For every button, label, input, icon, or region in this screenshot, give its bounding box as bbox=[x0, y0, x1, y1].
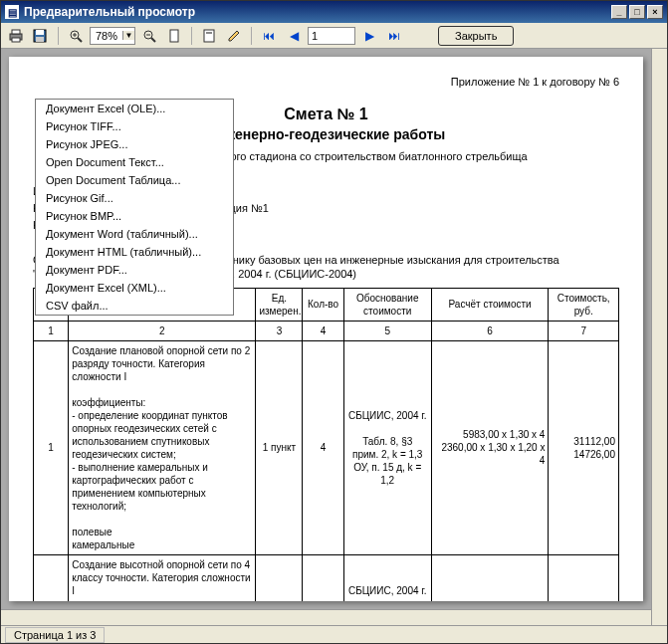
export-menu-item[interactable]: Документ HTML (табличный)... bbox=[36, 243, 233, 261]
zoom-out-button[interactable] bbox=[138, 25, 160, 47]
table-header-cell: Кол-во bbox=[303, 288, 343, 321]
separator bbox=[58, 27, 59, 45]
table-cell: СБЦИИС, 2004 г. Табл. 8, §3 прим. 2, k =… bbox=[343, 340, 431, 554]
app-icon: ▤ bbox=[5, 5, 19, 19]
scrollbar-vertical[interactable] bbox=[651, 49, 667, 625]
table-colnum-cell: 4 bbox=[303, 321, 343, 340]
table-cell: 2 bbox=[34, 554, 69, 601]
page-setup-icon bbox=[202, 29, 216, 43]
close-window-button[interactable]: × bbox=[647, 5, 663, 19]
export-menu-item[interactable]: Рисунок JPEG... bbox=[36, 135, 233, 153]
svg-rect-1 bbox=[12, 30, 20, 34]
window-title: Предварительный просмотр bbox=[24, 5, 195, 19]
zoom-in-button[interactable] bbox=[65, 25, 87, 47]
svg-line-11 bbox=[151, 38, 155, 42]
close-button[interactable]: Закрыть bbox=[438, 26, 514, 46]
estimate-table: № п/пНаименование работ и затратЕд. изме… bbox=[33, 288, 619, 601]
svg-rect-2 bbox=[12, 38, 20, 42]
maximize-button[interactable]: □ bbox=[629, 5, 645, 19]
table-cell: 31112,00 14726,00 bbox=[549, 340, 619, 554]
status-page: Страница 1 из 3 bbox=[5, 627, 105, 643]
content-area: Приложение № 1 к договору № 6 Смета № 1 … bbox=[1, 49, 667, 625]
zoom-in-icon bbox=[69, 29, 83, 43]
svg-rect-15 bbox=[206, 32, 212, 34]
export-menu-item[interactable]: Документ PDF... bbox=[36, 261, 233, 279]
table-cell bbox=[431, 554, 549, 601]
prev-page-button[interactable]: ◀ bbox=[283, 25, 305, 47]
scrollbar-horizontal[interactable] bbox=[1, 609, 651, 625]
zoom-out-icon bbox=[142, 29, 156, 43]
next-page-button[interactable]: ▶ bbox=[358, 25, 380, 47]
titlebar: ▤ Предварительный просмотр _ □ × bbox=[1, 1, 667, 23]
table-cell: 1 пункт bbox=[256, 554, 303, 601]
export-menu-item[interactable]: Open Document Таблица... bbox=[36, 171, 233, 189]
table-row: 2Создание высотной опорной сети по 4 кла… bbox=[34, 554, 619, 601]
fit-page-button[interactable] bbox=[163, 25, 185, 47]
table-colnum-cell: 1 bbox=[34, 321, 69, 340]
toolbar: ▼ ⏮ ◀ ▶ ⏭ Закрыть bbox=[1, 23, 667, 49]
first-page-button[interactable]: ⏮ bbox=[258, 25, 280, 47]
export-dropdown: Документ Excel (OLE)...Рисунок TIFF...Ри… bbox=[35, 99, 234, 316]
table-colnum-cell: 6 bbox=[431, 321, 549, 340]
statusbar: Страница 1 из 3 bbox=[1, 625, 667, 643]
printer-icon bbox=[8, 29, 24, 43]
export-menu-item[interactable]: Open Document Текст... bbox=[36, 153, 233, 171]
table-colnum-cell: 2 bbox=[69, 321, 256, 340]
table-header-cell: Ед. измерен. bbox=[256, 288, 303, 321]
table-header-cell: Стоимость, руб. bbox=[549, 288, 619, 321]
table-cell: 1 пункт bbox=[256, 340, 303, 554]
first-icon: ⏮ bbox=[263, 29, 275, 43]
chevron-down-icon[interactable]: ▼ bbox=[122, 31, 134, 40]
table-header-cell: Расчёт стоимости bbox=[431, 288, 549, 321]
next-icon: ▶ bbox=[365, 29, 374, 43]
page-input[interactable] bbox=[308, 27, 355, 45]
zoom-input[interactable] bbox=[91, 30, 122, 42]
table-cell: Создание плановой опорной сети по 2 разр… bbox=[69, 340, 256, 554]
table-cell: 4 bbox=[303, 340, 343, 554]
export-menu-item[interactable]: Рисунок Gif... bbox=[36, 189, 233, 207]
table-cell: 5983,00 x 1,30 x 4 2360,00 x 1,30 x 1,20… bbox=[431, 340, 549, 554]
table-colnum-cell: 3 bbox=[256, 321, 303, 340]
pencil-icon bbox=[227, 29, 241, 43]
table-body: 1Создание плановой опорной сети по 2 раз… bbox=[34, 340, 619, 601]
svg-rect-4 bbox=[36, 30, 44, 35]
table-cell: 1 bbox=[34, 340, 69, 554]
print-button[interactable] bbox=[5, 25, 27, 47]
svg-rect-13 bbox=[170, 30, 178, 42]
edit-button[interactable] bbox=[223, 25, 245, 47]
svg-line-7 bbox=[78, 38, 82, 42]
doc-right-note: Приложение № 1 к договору № 6 bbox=[33, 75, 619, 89]
export-button[interactable] bbox=[30, 25, 52, 47]
export-menu-item[interactable]: Документ Word (табличный)... bbox=[36, 225, 233, 243]
svg-marker-16 bbox=[229, 31, 239, 41]
export-menu-item[interactable]: Документ Excel (OLE)... bbox=[36, 100, 233, 117]
export-menu-item[interactable]: Рисунок TIFF... bbox=[36, 117, 233, 135]
svg-rect-5 bbox=[36, 37, 44, 42]
table-cell bbox=[549, 554, 619, 601]
zoom-combo[interactable]: ▼ bbox=[90, 27, 135, 45]
export-menu-item[interactable]: CSV файл... bbox=[36, 297, 233, 315]
prev-icon: ◀ bbox=[290, 29, 299, 43]
last-page-button[interactable]: ⏭ bbox=[383, 25, 405, 47]
table-colnum-cell: 7 bbox=[549, 321, 619, 340]
table-colnum-row: 1234567 bbox=[34, 321, 619, 340]
save-icon bbox=[33, 29, 49, 43]
table-cell: Создание высотной опорной сети по 4 клас… bbox=[69, 554, 256, 601]
separator bbox=[251, 27, 252, 45]
preview-window: ▤ Предварительный просмотр _ □ × ▼ bbox=[0, 0, 668, 644]
export-menu-item[interactable]: Рисунок BMP... bbox=[36, 207, 233, 225]
page-setup-button[interactable] bbox=[198, 25, 220, 47]
table-colnum-cell: 5 bbox=[343, 321, 431, 340]
separator bbox=[191, 27, 192, 45]
page-box bbox=[308, 27, 355, 45]
svg-rect-14 bbox=[204, 30, 214, 42]
export-menu-item[interactable]: Документ Excel (XML)... bbox=[36, 279, 233, 297]
table-cell: СБЦИИС, 2004 г. Табл. 8, §4 прим. 1, k =… bbox=[343, 554, 431, 601]
minimize-button[interactable]: _ bbox=[611, 5, 627, 19]
page-icon bbox=[167, 29, 181, 43]
last-icon: ⏭ bbox=[388, 29, 400, 43]
table-row: 1Создание плановой опорной сети по 2 раз… bbox=[34, 340, 619, 554]
table-cell: 4 bbox=[303, 554, 343, 601]
table-header-cell: Обоснование стоимости bbox=[343, 288, 431, 321]
